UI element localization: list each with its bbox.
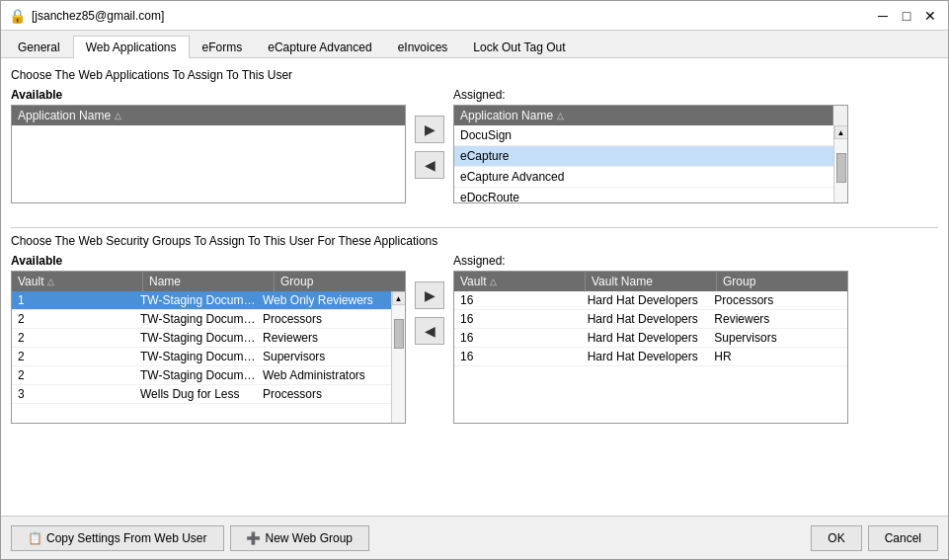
bottom-section: Choose The Web Security Groups To Assign…	[11, 234, 938, 434]
scroll-thumb-avail[interactable]	[394, 319, 404, 349]
top-instruction: Choose The Web Applications To Assign To…	[11, 68, 938, 82]
top-assigned-group: Assigned: Application Name △ Do	[453, 88, 848, 203]
assigned-app-edocroute[interactable]: eDocRoute	[454, 188, 833, 203]
top-assigned-col: Application Name △	[454, 106, 833, 125]
top-available-box: Application Name △	[11, 105, 406, 203]
app-icon: 🔒	[9, 8, 26, 24]
tab-eforms[interactable]: eForms	[190, 36, 256, 58]
bottom-col-vault: Vault △	[12, 272, 143, 291]
assigned-col-group: Group	[717, 272, 847, 291]
bottom-move-left-button[interactable]: ◀	[415, 317, 444, 345]
title-bar: 🔒 [jsanchez85@gmail.com] ─ □ ✕	[1, 1, 948, 31]
copy-icon: 📋	[28, 531, 41, 545]
scroll-up-avail[interactable]: ▲	[392, 291, 406, 305]
new-web-group-button[interactable]: ➕ New Web Group	[230, 525, 369, 551]
top-available-header: Application Name △	[12, 106, 405, 125]
top-move-right-button[interactable]: ▶	[415, 116, 444, 143]
bottom-assigned-list[interactable]: 16 Hard Hat Developers Processors 16 Har…	[454, 291, 847, 419]
avail-row-2[interactable]: 2 TW-Staging Documents Test Reviewers	[12, 329, 391, 348]
top-available-group: Available Application Name △	[11, 88, 406, 203]
bottom-assigned-header: Vault △ Vault Name Group	[454, 272, 847, 291]
bottom-assigned-box: Vault △ Vault Name Group	[453, 271, 848, 424]
bottom-move-right-button[interactable]: ▶	[415, 281, 444, 309]
bottom-left-buttons: 📋 Copy Settings From Web User ➕ New Web …	[11, 525, 369, 551]
top-section: Choose The Web Applications To Assign To…	[11, 68, 938, 213]
top-assigned-header: Application Name △	[454, 106, 847, 125]
ok-button[interactable]: OK	[811, 525, 861, 551]
tab-general[interactable]: General	[5, 36, 73, 58]
top-dual-panel: Available Application Name △	[11, 88, 938, 203]
add-icon: ➕	[247, 531, 261, 545]
assigned-col-vault-name: Vault Name	[586, 272, 717, 291]
bottom-bar: 📋 Copy Settings From Web User ➕ New Web …	[1, 516, 948, 559]
top-assigned-list[interactable]: DocuSign eCapture eCapture Advanced eDoc…	[454, 125, 833, 203]
bottom-arrow-col: ▶ ◀	[410, 254, 449, 345]
tab-einvoices[interactable]: eInvoices	[385, 36, 461, 58]
top-arrow-col: ▶ ◀	[410, 88, 449, 179]
bottom-right-buttons: OK Cancel	[811, 525, 938, 551]
top-assigned-box: Application Name △ DocuSign eCapture eCa…	[453, 105, 848, 203]
avail-row-1[interactable]: 2 TW-Staging Documents Test Processors	[12, 310, 391, 329]
copy-settings-button[interactable]: 📋 Copy Settings From Web User	[11, 525, 224, 551]
bottom-available-scroll: 1 TW-Staging Documents Web Only Reviewer…	[12, 291, 405, 424]
scroll-thumb[interactable]	[836, 153, 846, 183]
top-assigned-scroll-wrapper: DocuSign eCapture eCapture Advanced eDoc…	[454, 125, 847, 203]
top-available-title: Available	[11, 88, 406, 102]
top-move-left-button[interactable]: ◀	[415, 151, 444, 179]
assigned-row-3[interactable]: 16 Hard Hat Developers HR	[454, 348, 847, 366]
avail-row-4[interactable]: 2 TW-Staging Documents Test Web Administ…	[12, 366, 391, 385]
bottom-assigned-title: Assigned:	[453, 254, 848, 268]
bottom-assigned-group: Assigned: Vault △ Vault Name	[453, 254, 848, 424]
avail-row-0[interactable]: 1 TW-Staging Documents Web Only Reviewer…	[12, 291, 391, 310]
main-content: Choose The Web Applications To Assign To…	[1, 58, 948, 516]
top-assigned-title: Assigned:	[453, 88, 848, 102]
vault-sort-icon: △	[47, 277, 54, 286]
title-bar-controls: ─ □ ✕	[873, 6, 940, 26]
assigned-app-ecapture-adv[interactable]: eCapture Advanced	[454, 167, 833, 188]
maximize-button[interactable]: □	[897, 6, 916, 26]
bottom-available-box: Vault △ Name Group	[11, 271, 406, 424]
avail-row-5[interactable]: 3 Wells Dug for Less Processors	[12, 385, 391, 404]
bottom-instruction: Choose The Web Security Groups To Assign…	[11, 234, 938, 248]
assigned-col-vault: Vault △	[454, 272, 586, 291]
assigned-app-docusign[interactable]: DocuSign	[454, 125, 833, 146]
bottom-available-header: Vault △ Name Group	[12, 272, 405, 291]
title-bar-left: 🔒 [jsanchez85@gmail.com]	[9, 8, 164, 24]
tab-bar: General Web Applications eForms eCapture…	[1, 31, 948, 58]
assigned-vault-sort: △	[490, 277, 497, 286]
assigned-app-ecapture[interactable]: eCapture	[454, 146, 833, 167]
bottom-col-group: Group	[275, 272, 405, 291]
top-available-col: Application Name △	[12, 106, 405, 125]
tab-web-applications[interactable]: Web Applications	[73, 36, 190, 58]
bottom-available-group: Available Vault △ Name Group	[11, 254, 406, 424]
close-button[interactable]: ✕	[920, 6, 940, 26]
bottom-dual-panel: Available Vault △ Name Group	[11, 254, 938, 424]
bottom-available-title: Available	[11, 254, 406, 268]
bottom-avail-scrollbar[interactable]: ▲ ▼	[391, 291, 405, 424]
tab-lock-out-tag-out[interactable]: Lock Out Tag Out	[460, 36, 578, 58]
minimize-button[interactable]: ─	[873, 6, 893, 26]
top-available-list[interactable]	[12, 125, 405, 199]
tab-ecapture-advanced[interactable]: eCapture Advanced	[255, 36, 384, 58]
main-window: 🔒 [jsanchez85@gmail.com] ─ □ ✕ General W…	[0, 0, 949, 560]
avail-row-3[interactable]: 2 TW-Staging Documents Test Supervisors	[12, 348, 391, 366]
sort-icon: △	[115, 111, 121, 120]
assigned-row-1[interactable]: 16 Hard Hat Developers Reviewers	[454, 310, 847, 329]
scroll-up[interactable]: ▲	[834, 125, 848, 139]
assigned-row-2[interactable]: 16 Hard Hat Developers Supervisors	[454, 329, 847, 348]
top-assigned-scrollbar[interactable]: ▲ ▼	[833, 125, 847, 203]
assigned-row-0[interactable]: 16 Hard Hat Developers Processors	[454, 291, 847, 310]
bottom-available-list[interactable]: 1 TW-Staging Documents Web Only Reviewer…	[12, 291, 391, 424]
cancel-button[interactable]: Cancel	[868, 525, 938, 551]
bottom-col-name: Name	[143, 272, 275, 291]
section-divider	[11, 227, 938, 228]
sort-icon-assigned: △	[557, 111, 564, 120]
window-title: [jsanchez85@gmail.com]	[32, 9, 164, 23]
